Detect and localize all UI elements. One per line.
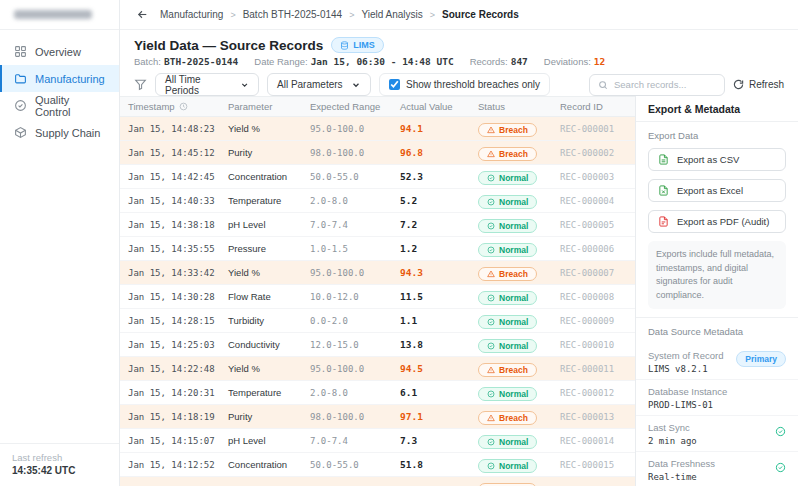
batch-meta: Batch:BTH-2025-0144 (134, 56, 238, 67)
breadcrumb-yield-analysis[interactable]: Yield Analysis (361, 9, 422, 20)
cell-parameter: pH Level (228, 435, 310, 446)
sidebar-item-quality-control[interactable]: Quality Control (0, 92, 119, 119)
cell-timestamp: Jan 15, 14:33:42 (128, 268, 228, 278)
cell-actual-value: 13.8 (400, 339, 478, 350)
cell-parameter: Purity (228, 147, 310, 158)
status-badge: Normal (478, 435, 537, 449)
cell-record-id: REC-000006 (560, 244, 635, 254)
table-row[interactable]: Jan 15, 14:12:52 Concentration 50.0-55.0… (120, 453, 635, 477)
parameter-select[interactable]: All Parameters (267, 73, 371, 96)
check-circle-icon (487, 222, 495, 230)
status-badge-label: Normal (499, 173, 528, 183)
col-actual-value[interactable]: Actual Value (400, 101, 478, 112)
filter-funnel-icon (134, 78, 147, 91)
alert-triangle-icon (487, 414, 495, 422)
refresh-button[interactable]: Refresh (733, 79, 784, 90)
cell-expected-range: 98.0-100.0 (310, 412, 400, 422)
table-row[interactable]: Breach (120, 477, 635, 486)
cell-parameter: Temperature (228, 387, 310, 398)
status-badge: Normal (478, 459, 537, 473)
breadcrumb-batch[interactable]: Batch BTH-2025-0144 (243, 9, 343, 20)
export-excel-button[interactable]: Export as Excel (648, 179, 786, 202)
cell-timestamp: Jan 15, 14:30:28 (128, 292, 228, 302)
alert-triangle-icon (487, 270, 495, 278)
cell-record-id: REC-000014 (560, 436, 635, 446)
breadcrumb: Manufacturing > Batch BTH-2025-0144 > Yi… (160, 9, 519, 20)
export-pdf-button[interactable]: Export as PDF (Audit) (648, 210, 786, 233)
check-circle-icon (487, 246, 495, 254)
cell-timestamp: Jan 15, 14:48:23 (128, 124, 228, 134)
cell-actual-value: 94.1 (400, 123, 478, 134)
table-row[interactable]: Jan 15, 14:35:55 Pressure 1.0-1.5 1.2 No… (120, 237, 635, 261)
breaches-only-label: Show threshold breaches only (406, 79, 540, 90)
search-input[interactable] (614, 79, 716, 90)
cell-parameter: Yield % (228, 123, 310, 134)
table-row[interactable]: Jan 15, 14:48:23 Yield % 95.0-100.0 94.1… (120, 117, 635, 141)
file-csv-icon (658, 154, 669, 165)
cell-status: Breach (478, 120, 560, 138)
cell-record-id: REC-000015 (560, 460, 635, 470)
cell-timestamp: Jan 15, 14:22:48 (128, 364, 228, 374)
meta-system-of-record: System of Record LIMS v8.2.1 Primary (636, 344, 798, 380)
status-badge: Normal (478, 195, 537, 209)
alert-triangle-icon (487, 366, 495, 374)
file-excel-icon (658, 185, 669, 196)
records-meta: Records:847 (470, 56, 528, 67)
check-circle-icon (487, 294, 495, 302)
status-badge: Normal (478, 219, 537, 233)
table-row[interactable]: Jan 15, 14:28:15 Turbidity 0.0-2.0 1.1 N… (120, 309, 635, 333)
table-row[interactable]: Jan 15, 14:42:45 Concentration 50.0-55.0… (120, 165, 635, 189)
cell-status: Normal (478, 192, 560, 210)
table-row[interactable]: Jan 15, 14:38:18 pH Level 7.0-7.4 7.2 No… (120, 213, 635, 237)
table-row[interactable]: Jan 15, 14:30:28 Flow Rate 10.0-12.0 11.… (120, 285, 635, 309)
sidebar-item-overview[interactable]: Overview (0, 38, 119, 65)
cell-status: Normal (478, 216, 560, 234)
cell-record-id: REC-000010 (560, 340, 635, 350)
cell-actual-value: 94.5 (400, 363, 478, 374)
cell-timestamp: Jan 15, 14:45:12 (128, 148, 228, 158)
app-logo-blurred (14, 10, 92, 19)
export-csv-button[interactable]: Export as CSV (648, 148, 786, 171)
table-row[interactable]: Jan 15, 14:20:31 Temperature 2.0-8.0 6.1… (120, 381, 635, 405)
refresh-label: Refresh (749, 79, 784, 90)
search-icon (598, 80, 608, 90)
sidebar-item-supply-chain[interactable]: Supply Chain (0, 119, 119, 146)
col-expected-range[interactable]: Expected Range (310, 101, 400, 112)
status-badge: Breach (478, 363, 537, 377)
back-button[interactable] (134, 7, 150, 23)
deviations-meta: Deviations:12 (544, 56, 605, 67)
col-record-id[interactable]: Record ID (560, 101, 635, 112)
search-box[interactable] (589, 74, 725, 96)
cell-timestamp: Jan 15, 14:38:18 (128, 220, 228, 230)
export-section-label: Export Data (648, 130, 786, 141)
breaches-only-toggle[interactable]: Show threshold breaches only (379, 73, 550, 96)
table-row[interactable]: Jan 15, 14:22:48 Yield % 95.0-100.0 94.5… (120, 357, 635, 381)
cell-record-id: REC-000005 (560, 220, 635, 230)
table-row[interactable]: Jan 15, 14:40:33 Temperature 2.0-8.0 5.2… (120, 189, 635, 213)
time-period-select[interactable]: All Time Periods (155, 73, 259, 96)
status-badge-label: Normal (499, 461, 528, 471)
table-row[interactable]: Jan 15, 14:18:19 Purity 98.0-100.0 97.1 … (120, 405, 635, 429)
sidebar-item-manufacturing[interactable]: Manufacturing (0, 65, 119, 92)
check-circle-icon (487, 342, 495, 350)
cell-actual-value: 6.1 (400, 387, 478, 398)
breaches-only-checkbox[interactable] (389, 79, 400, 90)
meta-last-sync: Last Sync 2 min ago (636, 416, 798, 452)
cell-record-id: REC-000003 (560, 172, 635, 182)
table-row[interactable]: Jan 15, 14:45:12 Purity 98.0-100.0 96.8 … (120, 141, 635, 165)
table-row[interactable]: Jan 15, 14:33:42 Yield % 95.0-100.0 94.3… (120, 261, 635, 285)
parameter-value: All Parameters (277, 79, 343, 90)
export-pdf-label: Export as PDF (Audit) (677, 216, 769, 227)
table-row[interactable]: Jan 15, 14:25:03 Conductivity 12.0-15.0 … (120, 333, 635, 357)
cell-parameter: Conductivity (228, 339, 310, 350)
records-table: Timestamp Parameter Expected Range Actua… (120, 96, 635, 486)
col-status[interactable]: Status (478, 101, 560, 112)
table-row[interactable]: Jan 15, 14:15:07 pH Level 7.0-7.4 7.3 No… (120, 429, 635, 453)
cell-actual-value: 96.8 (400, 147, 478, 158)
col-timestamp[interactable]: Timestamp (128, 101, 228, 112)
last-refresh-time: 14:35:42 UTC (12, 465, 107, 476)
time-period-value: All Time Periods (165, 74, 232, 96)
col-parameter[interactable]: Parameter (228, 101, 310, 112)
status-badge: Breach (478, 123, 537, 137)
breadcrumb-manufacturing[interactable]: Manufacturing (160, 9, 223, 20)
